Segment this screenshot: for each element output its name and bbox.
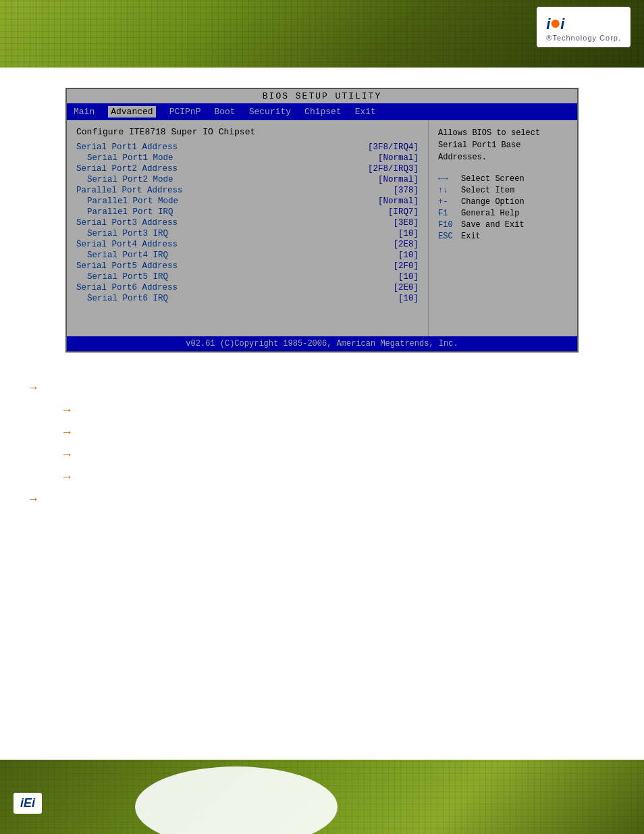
menu-item-boot[interactable]: Boot (214, 107, 235, 117)
row-label-sub: Serial Port4 IRQ (76, 251, 168, 260)
menu-item-advanced[interactable]: Advanced (108, 106, 155, 118)
bios-right-panel: Allows BIOS to select Serial Port1 Base … (429, 120, 577, 336)
table-row[interactable]: Serial Port6 Address [2E0] (76, 283, 419, 292)
row-value: [378] (393, 186, 419, 195)
table-row[interactable]: Serial Port6 IRQ [10] (76, 294, 419, 303)
row-label-sub: Parallel Port Mode (76, 197, 178, 206)
arrow-icon: → (27, 492, 39, 506)
key-desc: Select Screen (461, 174, 525, 184)
row-label: Parallel Port Address (76, 186, 183, 195)
arrow-text (80, 470, 82, 484)
key-row: ←→ Select Screen (438, 174, 568, 184)
table-row[interactable]: Parallel Port IRQ [IRQ7] (76, 207, 419, 217)
arrow-item: → (61, 448, 617, 462)
row-value: [IRQ7] (388, 207, 419, 217)
key-label: +- (438, 197, 457, 207)
menu-item-main[interactable]: Main (74, 107, 95, 117)
key-desc: General Help (461, 209, 519, 218)
bios-title-bar: BIOS SETUP UTILITY (67, 89, 577, 103)
logo-brand: i●i (546, 12, 621, 34)
table-row[interactable]: Serial Port3 IRQ [10] (76, 229, 419, 238)
arrow-icon: → (61, 403, 73, 417)
row-value: [2F8/IRQ3] (368, 164, 419, 174)
table-row[interactable]: Serial Port4 IRQ [10] (76, 251, 419, 260)
bottom-logo-area: iEi (14, 793, 42, 814)
table-row[interactable]: Serial Port2 Mode [Normal] (76, 175, 419, 184)
key-row: F10 Save and Exit (438, 220, 568, 230)
arrow-text (46, 492, 49, 506)
bios-title: BIOS SETUP UTILITY (263, 91, 381, 101)
row-label: Serial Port2 Address (76, 164, 178, 174)
row-value: [10] (398, 229, 419, 238)
row-value: [10] (398, 272, 419, 282)
bottom-logo-text: iEi (20, 796, 35, 810)
arrows-section: → → → → → → (0, 373, 644, 506)
key-label: F1 (438, 209, 457, 218)
row-label: Serial Port3 Address (76, 218, 178, 228)
row-value: [Normal] (378, 153, 419, 163)
logo-sub: ®Technology Corp. (546, 34, 621, 42)
arrow-text (80, 425, 82, 439)
row-value: [10] (398, 294, 419, 303)
bios-footer: v02.61 (C)Copyright 1985-2006, American … (67, 336, 577, 351)
bios-help-text: Allows BIOS to select Serial Port1 Base … (438, 127, 568, 163)
table-row[interactable]: Serial Port5 Address [2F0] (76, 261, 419, 271)
row-label-sub: Serial Port3 IRQ (76, 229, 168, 238)
row-value: [2E0] (393, 283, 419, 292)
table-row[interactable]: Parallel Port Mode [Normal] (76, 197, 419, 206)
arrow-item: → (61, 470, 617, 484)
menu-item-chipset[interactable]: Chipset (304, 107, 342, 117)
row-value: [3E8] (393, 218, 419, 228)
bios-body: Configure ITE8718 Super IO Chipset Seria… (67, 120, 577, 336)
arrow-item: → (61, 403, 617, 417)
key-label: ←→ (438, 174, 457, 184)
table-row[interactable]: Parallel Port Address [378] (76, 186, 419, 195)
key-desc: Exit (461, 232, 481, 241)
top-banner: i●i ®Technology Corp. (0, 0, 644, 68)
menu-item-security[interactable]: Security (249, 107, 291, 117)
row-label: Serial Port6 Address (76, 283, 178, 292)
row-value: [3F8/IRQ4] (368, 142, 419, 152)
key-row: ↑↓ Select Item (438, 186, 568, 195)
arrow-item: → (27, 381, 617, 395)
menu-item-exit[interactable]: Exit (355, 107, 376, 117)
arrow-text (80, 403, 82, 417)
arrow-text (46, 381, 49, 394)
bios-setup-box: BIOS SETUP UTILITY Main Advanced PCIPnP … (65, 88, 579, 353)
table-row[interactable]: Serial Port1 Mode [Normal] (76, 153, 419, 163)
bottom-curve-decoration (135, 766, 338, 834)
key-label: F10 (438, 220, 457, 230)
row-value: [2F0] (393, 261, 419, 271)
table-row[interactable]: Serial Port5 IRQ [10] (76, 272, 419, 282)
main-content: BIOS SETUP UTILITY Main Advanced PCIPnP … (0, 68, 644, 373)
key-label: ↑↓ (438, 186, 457, 195)
key-desc: Save and Exit (461, 220, 525, 230)
logo-dot: ● (549, 12, 560, 33)
table-row[interactable]: Serial Port1 Address [3F8/IRQ4] (76, 142, 419, 152)
key-row: F1 General Help (438, 209, 568, 218)
bottom-banner: iEi (0, 760, 644, 834)
bios-keys: ←→ Select Screen ↑↓ Select Item +- Chang… (438, 174, 568, 241)
key-desc: Change Option (461, 197, 525, 207)
key-row: +- Change Option (438, 197, 568, 207)
row-label-sub: Parallel Port IRQ (76, 207, 173, 217)
arrow-icon: → (61, 448, 73, 462)
row-value: [10] (398, 251, 419, 260)
table-row[interactable]: Serial Port2 Address [2F8/IRQ3] (76, 164, 419, 174)
arrow-icon: → (27, 381, 39, 395)
row-label: Serial Port4 Address (76, 240, 178, 249)
logo-area: i●i ®Technology Corp. (537, 7, 630, 47)
key-desc: Select Item (461, 186, 514, 195)
table-row[interactable]: Serial Port3 Address [3E8] (76, 218, 419, 228)
row-label: Serial Port1 Address (76, 142, 178, 152)
table-row[interactable]: Serial Port4 Address [2E8] (76, 240, 419, 249)
row-label-sub: Serial Port6 IRQ (76, 294, 168, 303)
row-value: [Normal] (378, 175, 419, 184)
menu-item-pciPnP[interactable]: PCIPnP (169, 107, 201, 117)
bios-left-panel: Configure ITE8718 Super IO Chipset Seria… (67, 120, 429, 336)
bios-menu-bar: Main Advanced PCIPnP Boot Security Chips… (67, 103, 577, 120)
row-label-sub: Serial Port5 IRQ (76, 272, 168, 282)
arrow-icon: → (61, 470, 73, 484)
row-label-sub: Serial Port1 Mode (76, 153, 173, 163)
row-value: [Normal] (378, 197, 419, 206)
